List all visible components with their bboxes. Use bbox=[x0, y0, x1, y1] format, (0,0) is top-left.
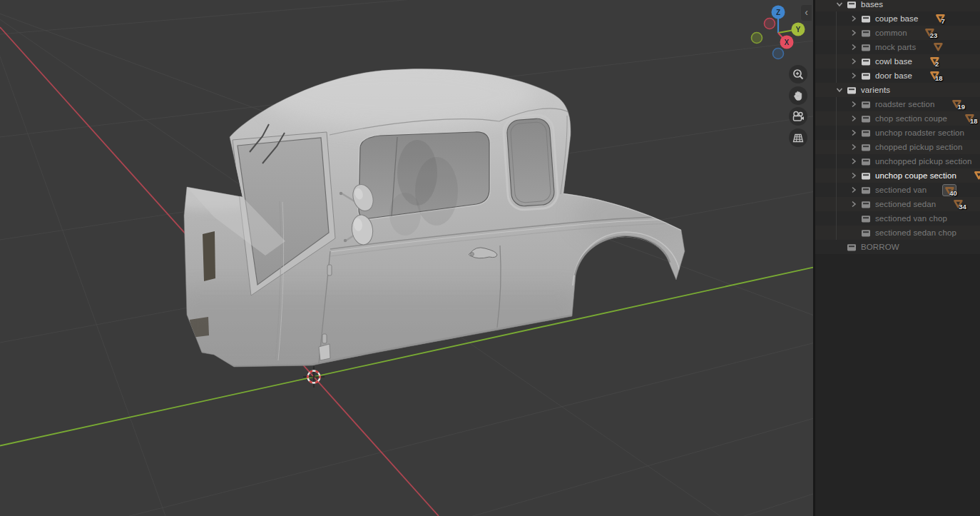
indent-guide-line bbox=[836, 111, 837, 126]
indent-guide-line bbox=[836, 126, 837, 140]
mesh-count: 19 bbox=[957, 103, 965, 111]
mesh-count-badge: 19 bbox=[951, 98, 963, 110]
mesh-count: 23 bbox=[930, 31, 938, 39]
axis-ball-neg-x[interactable] bbox=[765, 19, 775, 29]
mesh-count-badge: 40 bbox=[942, 184, 956, 196]
zoom-button[interactable] bbox=[789, 65, 807, 84]
chevron-right-icon[interactable] bbox=[848, 113, 859, 124]
chevron-down-icon[interactable] bbox=[834, 0, 845, 10]
outliner-row-borrow[interactable]: BORROW bbox=[815, 240, 980, 254]
outliner-row-sectioned-sedan[interactable]: sectioned sedan34 bbox=[815, 197, 980, 211]
camera-view-button[interactable] bbox=[789, 107, 807, 126]
outliner-row-cowl-base[interactable]: cowl base2 bbox=[815, 54, 980, 69]
indent-guide-line bbox=[836, 154, 837, 168]
outliner-row-unchopped-pickup-section[interactable]: unchopped pickup section bbox=[815, 154, 980, 168]
chevron-right-icon[interactable] bbox=[848, 56, 859, 67]
collection-label: BORROW bbox=[861, 243, 899, 251]
indent-guide-line bbox=[836, 40, 837, 54]
chevron-right-icon[interactable] bbox=[848, 98, 859, 110]
indent-guide-line bbox=[836, 26, 837, 40]
chevron-down-icon[interactable] bbox=[834, 84, 845, 96]
collection-icon bbox=[846, 242, 857, 252]
outliner-row-varients[interactable]: varients bbox=[815, 83, 980, 97]
outliner-row-sectioned-sedan-chop[interactable]: sectioned sedan chop bbox=[815, 226, 980, 240]
outliner-row-chopped-pickup-section[interactable]: chopped pickup section bbox=[815, 140, 980, 154]
outliner-panel[interactable]: basescoupe base7common23mock partscowl b… bbox=[815, 0, 980, 516]
outliner-row-coupe-base[interactable]: coupe base7 bbox=[815, 11, 980, 26]
collection-label: cowl base bbox=[875, 57, 912, 66]
collection-label: common bbox=[875, 29, 907, 37]
outliner-row-unchop-coupe-section[interactable]: unchop coupe section bbox=[815, 168, 980, 183]
collection-label: roadster section bbox=[875, 100, 934, 108]
pan-button[interactable] bbox=[789, 86, 807, 105]
indent-guide-line bbox=[836, 69, 837, 83]
collection-label: coupe base bbox=[875, 14, 918, 23]
outliner-row-common[interactable]: common23 bbox=[815, 26, 980, 40]
axis-label-x: X bbox=[785, 39, 790, 46]
hand-icon bbox=[792, 89, 805, 102]
mesh-count-badge bbox=[933, 41, 944, 53]
blender-window: Z Y X bbox=[0, 0, 980, 516]
indent-guide-line bbox=[836, 11, 837, 26]
outliner-row-roadster-section[interactable]: roadster section19 bbox=[815, 97, 980, 111]
collection-icon bbox=[860, 71, 871, 81]
outliner-row-door-base[interactable]: door base18 bbox=[815, 69, 980, 83]
viewport-controls bbox=[789, 65, 808, 149]
grid-dome-icon bbox=[792, 131, 805, 144]
collection-icon bbox=[860, 156, 871, 166]
sidebar-collapse-arrow[interactable]: ‹ bbox=[801, 5, 812, 21]
collection-icon bbox=[860, 14, 871, 24]
outliner-row-sectioned-van[interactable]: sectioned van40 bbox=[815, 183, 980, 197]
chevron-spacer bbox=[848, 227, 859, 238]
collection-icon bbox=[846, 0, 857, 9]
car-model-coupe-body[interactable] bbox=[153, 59, 710, 375]
outliner-row-unchop-roadster-section[interactable]: unchop roadster section bbox=[815, 126, 980, 140]
indent-guide-line bbox=[836, 226, 837, 240]
axis-label-y: Y bbox=[796, 26, 801, 34]
collection-label: chopped pickup section bbox=[875, 143, 962, 151]
3d-viewport[interactable]: Z Y X bbox=[0, 0, 813, 516]
chevron-spacer bbox=[848, 213, 859, 224]
indent-guide-line bbox=[836, 211, 837, 226]
chevron-right-icon[interactable] bbox=[848, 184, 859, 196]
chevron-right-icon[interactable] bbox=[848, 41, 859, 53]
projection-toggle-button[interactable] bbox=[789, 128, 807, 147]
collection-label: varients bbox=[861, 86, 890, 94]
collection-label: unchop coupe section bbox=[875, 171, 956, 180]
axis-ball-neg-y[interactable] bbox=[752, 33, 762, 44]
mesh-count: 40 bbox=[949, 189, 957, 197]
collection-label: sectioned sedan bbox=[875, 200, 936, 208]
outliner-row-mock-parts[interactable]: mock parts bbox=[815, 40, 980, 54]
collection-label: chop section coupe bbox=[875, 114, 947, 123]
axis-label-z: Z bbox=[776, 9, 780, 16]
car-body-details bbox=[153, 59, 710, 375]
collection-icon bbox=[860, 128, 871, 138]
chevron-right-icon[interactable] bbox=[848, 198, 859, 210]
camera-icon bbox=[791, 110, 805, 123]
collection-icon bbox=[860, 171, 871, 181]
outliner-row-chop-section-coupe[interactable]: chop section coupe18 bbox=[815, 111, 980, 126]
outliner-row-sectioned-van-chop[interactable]: sectioned van chop bbox=[815, 211, 980, 226]
collection-icon bbox=[860, 28, 871, 38]
mesh-count-badge: 34 bbox=[953, 198, 964, 210]
outliner-row-bases[interactable]: bases bbox=[815, 0, 980, 11]
mesh-count: 18 bbox=[970, 117, 978, 125]
indent-guide-line bbox=[836, 97, 837, 111]
axis-ball-neg-z[interactable] bbox=[773, 49, 784, 59]
collection-icon bbox=[860, 185, 871, 195]
outliner-tree: basescoupe base7common23mock partscowl b… bbox=[815, 0, 980, 254]
collection-label: bases bbox=[861, 0, 883, 9]
chevron-right-icon[interactable] bbox=[848, 127, 859, 138]
chevron-right-icon[interactable] bbox=[848, 156, 859, 167]
mesh-count-badge: 23 bbox=[924, 27, 936, 39]
collection-label: sectioned van bbox=[875, 186, 927, 194]
collection-icon bbox=[860, 42, 871, 52]
chevron-right-icon[interactable] bbox=[848, 70, 859, 81]
chevron-right-icon[interactable] bbox=[848, 27, 859, 39]
mesh-count-badge: 18 bbox=[929, 70, 941, 81]
chevron-right-icon[interactable] bbox=[848, 13, 859, 24]
chevron-right-icon[interactable] bbox=[848, 141, 859, 153]
chevron-right-icon[interactable] bbox=[848, 170, 859, 181]
collection-label: sectioned van chop bbox=[875, 214, 947, 223]
magnifier-plus-icon bbox=[792, 68, 805, 81]
